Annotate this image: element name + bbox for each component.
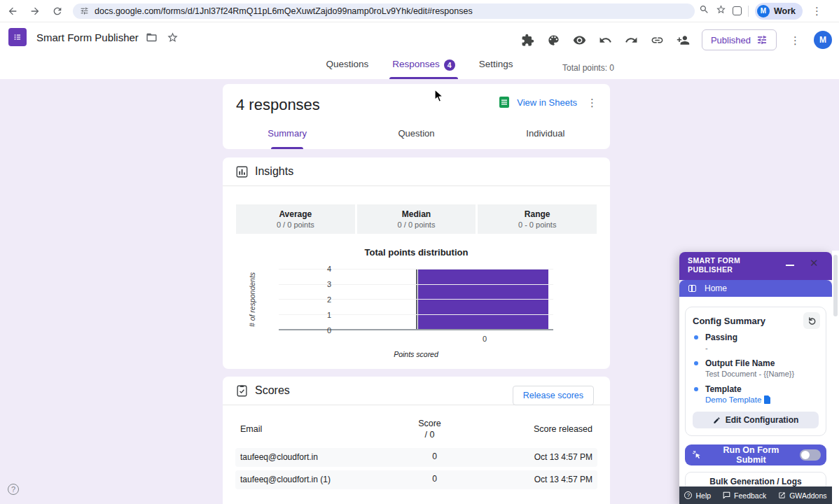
responses-title: 4 responses [236, 96, 320, 114]
forward-icon[interactable] [25, 1, 45, 21]
google-forms-icon[interactable] [8, 28, 27, 46]
table-row[interactable]: taufeeq@cloudfort.in (1) 0 Oct 13 4:57 P… [235, 470, 597, 489]
chart-y-axis-label: # of respondents [248, 272, 256, 327]
published-button[interactable]: Published [702, 29, 777, 50]
address-bar[interactable]: docs.google.com/forms/d/1Jnl37f24RmQ11pL… [73, 4, 695, 19]
config-summary-card: Config Summary Passing - Output File Nam… [685, 307, 826, 436]
search-icon[interactable] [699, 4, 709, 18]
chart-y-tick: 4 [310, 265, 331, 273]
stat-median: Median 0 / 0 points [357, 204, 476, 234]
panel-scrollbar[interactable] [832, 251, 839, 504]
tab-responses[interactable]: Responses 4 [392, 56, 455, 79]
url-text: docs.google.com/forms/d/1Jnl37f24RmQ11pL… [95, 6, 473, 16]
site-settings-icon[interactable] [80, 6, 89, 15]
browser-toolbar: docs.google.com/forms/d/1Jnl37f24RmQ11pL… [0, 0, 839, 22]
external-link-icon [778, 491, 786, 499]
chart-title: Total points distribution [223, 247, 610, 258]
addon-footer: ? Help Feedback GWAddons [679, 486, 832, 504]
home-label: Home [705, 284, 727, 293]
help-link[interactable]: ? Help [684, 491, 711, 500]
feedback-link[interactable]: Feedback [723, 491, 766, 500]
minimize-icon[interactable] [786, 259, 796, 269]
help-icon: ? [684, 491, 692, 499]
refresh-icon[interactable] [803, 312, 820, 329]
add-collaborators-icon[interactable] [676, 32, 691, 48]
form-tabs: Questions Responses 4 Settings [0, 56, 839, 79]
edit-configuration-button[interactable]: Edit Configuration [693, 412, 819, 428]
chart-y-tick: 0 [310, 326, 331, 335]
smart-form-publisher-panel: SMART FORM PUBLISHER ✕ Home Config Summa… [679, 252, 832, 504]
extensions-icon[interactable] [733, 6, 742, 15]
star-icon[interactable] [165, 29, 181, 45]
addon-title: SMART FORM PUBLISHER [688, 256, 740, 274]
undo-icon[interactable] [598, 32, 613, 48]
config-item-template: Template Demo Template [693, 384, 819, 404]
addon-home-bar[interactable]: Home [679, 280, 832, 297]
google-sheets-icon [499, 97, 510, 108]
move-folder-icon[interactable] [144, 29, 160, 45]
forms-header: Smart Form Publisher Published ⋮ M Quest… [0, 22, 839, 79]
bullet-dot [694, 335, 698, 340]
table-row[interactable]: taufeeq@cloudfort.in 0 Oct 13 4:57 PM [235, 448, 597, 467]
copy-link-icon[interactable] [650, 32, 665, 48]
scores-title: Scores [255, 384, 290, 397]
chart-y-tick: 2 [310, 295, 331, 304]
page-help-icon[interactable]: ? [8, 484, 19, 495]
tab-questions[interactable]: Questions [326, 56, 368, 79]
config-item-output-file-name: Output File Name Test Document - {{Name}… [693, 358, 819, 378]
chart-y-tick: 1 [310, 311, 331, 319]
close-icon[interactable]: ✕ [810, 257, 819, 270]
insights-chart-icon [236, 166, 248, 178]
bullet-dot [694, 387, 698, 391]
template-link[interactable]: Demo Template [705, 396, 819, 404]
responses-card: 4 responses View in Sheets ⋮ Summary Que… [223, 84, 610, 149]
document-title[interactable]: Smart Form Publisher [36, 31, 139, 43]
preview-eye-icon[interactable] [572, 32, 588, 48]
view-in-sheets-link[interactable]: View in Sheets [517, 97, 577, 108]
points-distribution-chart: # of respondents 0 Points scored 43210 [223, 262, 610, 367]
browser-profile-chip[interactable]: M Work [755, 3, 803, 20]
bullet-dot [694, 361, 698, 365]
insights-title: Insights [255, 165, 293, 178]
scores-card: Scores Release scores Email Score / 0 Sc… [223, 377, 610, 504]
chart-y-tick: 3 [310, 280, 331, 288]
addons-puzzle-icon[interactable] [520, 32, 536, 48]
bookmark-star-icon[interactable] [716, 4, 726, 18]
back-icon[interactable] [3, 1, 22, 21]
column-header-score: Score / 0 [400, 415, 459, 448]
tab-settings[interactable]: Settings [479, 56, 513, 79]
gwaddons-link[interactable]: GWAddons [778, 491, 826, 500]
feedback-bubble-icon [723, 491, 730, 499]
subtab-individual[interactable]: Individual [481, 128, 610, 149]
subtab-summary[interactable]: Summary [223, 128, 352, 149]
publish-settings-icon [756, 34, 768, 46]
document-icon [764, 396, 771, 404]
home-layout-icon [688, 285, 696, 292]
scores-clipboard-icon [236, 385, 248, 397]
release-scores-button[interactable]: Release scores [513, 386, 594, 405]
config-item-passing: Passing - [693, 332, 819, 352]
account-avatar[interactable]: M [814, 31, 832, 49]
toolbar-separator [748, 6, 749, 17]
chart-x-axis-label: Points scored [394, 350, 438, 358]
reload-icon[interactable] [48, 1, 67, 21]
redo-icon[interactable] [624, 32, 639, 48]
subtab-question[interactable]: Question [352, 128, 480, 149]
more-options-icon[interactable]: ⋮ [787, 35, 803, 46]
run-on-form-submit-button[interactable]: Run On Form Submit [685, 444, 826, 465]
stat-range: Range 0 - 0 points [478, 204, 597, 234]
mouse-cursor [434, 89, 444, 103]
responses-menu-icon[interactable]: ⋮ [584, 97, 600, 108]
pencil-icon [713, 416, 721, 424]
scores-table: Email Score / 0 Score released taufeeq@c… [235, 415, 597, 489]
addon-panel-body: Config Summary Passing - Output File Nam… [679, 297, 832, 486]
theme-palette-icon[interactable] [546, 32, 562, 48]
addon-panel-header: SMART FORM PUBLISHER ✕ [679, 252, 832, 280]
responses-subtabs: Summary Question Individual [223, 128, 610, 149]
stat-average: Average 0 / 0 points [236, 204, 355, 234]
profile-avatar: M [757, 5, 770, 18]
run-on-submit-toggle[interactable] [800, 449, 821, 461]
config-summary-title: Config Summary [693, 316, 819, 326]
chart-x-tick: 0 [483, 335, 487, 343]
browser-menu-icon[interactable]: ⋮ [809, 6, 825, 16]
